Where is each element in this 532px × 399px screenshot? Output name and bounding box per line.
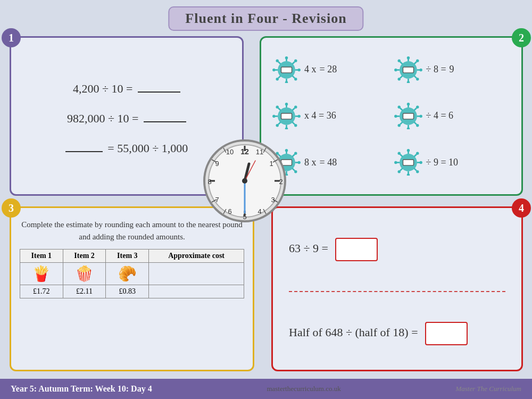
footer: Year 5: Autumn Term: Week 10: Day 4 mast… bbox=[0, 379, 532, 399]
svg-text:3: 3 bbox=[271, 196, 275, 204]
answer-box-1 bbox=[335, 238, 378, 261]
svg-text:10: 10 bbox=[226, 148, 234, 156]
svg-line-49 bbox=[278, 122, 281, 124]
svg-point-14 bbox=[276, 78, 279, 80]
svg-point-8 bbox=[297, 68, 300, 71]
svg-point-92 bbox=[406, 149, 409, 152]
svg-point-10 bbox=[272, 68, 275, 71]
svg-text:11: 11 bbox=[256, 148, 263, 156]
svg-point-12 bbox=[294, 78, 297, 80]
clock-svg: 12 1 2 3 4 5 6 7 8 9 10 11 bbox=[202, 138, 287, 223]
panel-2-number: 2 bbox=[512, 28, 531, 47]
svg-point-42 bbox=[276, 105, 279, 108]
svg-rect-53 bbox=[281, 113, 292, 119]
footer-website: masterthecurriculum.co.uk bbox=[267, 385, 340, 393]
svg-line-95 bbox=[400, 154, 403, 157]
svg-rect-107 bbox=[403, 160, 413, 165]
virus-item-6: ÷ 9 = 10 bbox=[394, 142, 511, 184]
svg-point-34 bbox=[406, 81, 409, 83]
math-line-3: = 55,000 ÷ 1,000 bbox=[22, 142, 231, 155]
svg-point-52 bbox=[285, 127, 288, 129]
svg-line-67 bbox=[400, 122, 403, 124]
svg-point-102 bbox=[416, 170, 419, 173]
panel-1-number: 1 bbox=[2, 28, 21, 47]
svg-point-60 bbox=[397, 105, 400, 108]
svg-line-65 bbox=[414, 122, 417, 124]
svg-text:12: 12 bbox=[240, 147, 249, 156]
svg-point-100 bbox=[394, 161, 397, 164]
svg-rect-17 bbox=[281, 67, 292, 73]
table-cell-price-3: £0.83 bbox=[106, 285, 149, 298]
svg-point-104 bbox=[397, 170, 400, 173]
svg-line-103 bbox=[400, 169, 403, 171]
svg-line-101 bbox=[414, 169, 417, 171]
virus-icon-6 bbox=[394, 149, 423, 176]
svg-line-5 bbox=[278, 62, 281, 64]
svg-line-11 bbox=[292, 76, 295, 78]
svg-point-32 bbox=[397, 78, 400, 80]
svg-point-106 bbox=[406, 174, 409, 176]
panel-3-number: 3 bbox=[2, 198, 21, 218]
table-header-item1: Item 1 bbox=[20, 250, 63, 263]
table-cell-price-1: £1.72 bbox=[20, 285, 63, 298]
svg-line-23 bbox=[400, 62, 403, 64]
panel-4-number: 4 bbox=[512, 198, 531, 218]
svg-line-41 bbox=[278, 108, 281, 111]
svg-point-50 bbox=[276, 124, 279, 127]
page-title: Fluent in Four - Revision bbox=[168, 6, 363, 31]
virus-item-3: x 4 = 36 bbox=[272, 95, 389, 137]
svg-point-68 bbox=[397, 124, 400, 127]
table-cell-approx bbox=[149, 263, 244, 285]
svg-point-24 bbox=[397, 59, 400, 62]
svg-text:7: 7 bbox=[215, 196, 219, 204]
svg-line-13 bbox=[278, 76, 281, 78]
svg-point-76 bbox=[294, 152, 297, 155]
svg-line-93 bbox=[414, 154, 417, 157]
table-header-item3: Item 3 bbox=[106, 250, 149, 263]
virus-item-1: 4 x = 28 bbox=[272, 48, 389, 90]
table-cell-food-3: 🥐 bbox=[106, 263, 149, 285]
virus-icon-2 bbox=[394, 56, 423, 83]
panel-4-line2: Half of 648 ÷ (half of 18) = bbox=[289, 322, 505, 345]
math-line-2: 982,000 ÷ 10 = bbox=[22, 112, 231, 126]
svg-point-84 bbox=[294, 170, 297, 173]
panel-2: 2 4 bbox=[260, 36, 523, 196]
svg-text:8: 8 bbox=[207, 178, 211, 186]
svg-point-30 bbox=[416, 78, 419, 80]
svg-point-80 bbox=[297, 161, 300, 164]
svg-line-39 bbox=[292, 108, 295, 111]
panel-3: 3 Complete the estimate by rounding each… bbox=[10, 206, 254, 371]
virus-label-1b: = 28 bbox=[320, 64, 337, 75]
table-cell-food-2: 🍿 bbox=[63, 263, 106, 285]
svg-point-94 bbox=[416, 152, 419, 155]
virus-label-6: ÷ 9 = 10 bbox=[426, 157, 459, 168]
svg-point-58 bbox=[416, 105, 419, 108]
svg-point-22 bbox=[416, 59, 419, 62]
svg-text:5: 5 bbox=[243, 213, 246, 221]
svg-rect-71 bbox=[403, 113, 413, 119]
svg-rect-35 bbox=[403, 67, 413, 73]
svg-text:6: 6 bbox=[228, 207, 231, 215]
table-cell-food-1: 🍟 bbox=[20, 263, 63, 285]
virus-item-4: ÷ 4 = 6 bbox=[394, 95, 511, 137]
items-table: Item 1 Item 2 Item 3 Approximate cost 🍟 … bbox=[20, 249, 244, 298]
svg-point-56 bbox=[406, 103, 409, 105]
virus-item-2: ÷ 8 = 9 bbox=[394, 48, 511, 90]
virus-label-5: 8 x bbox=[304, 157, 317, 168]
svg-point-40 bbox=[294, 105, 297, 108]
virus-label-1: 4 x bbox=[304, 64, 317, 75]
svg-line-31 bbox=[400, 76, 403, 78]
svg-point-62 bbox=[419, 115, 422, 118]
svg-text:4: 4 bbox=[257, 207, 261, 215]
table-header-item2: Item 2 bbox=[63, 250, 106, 263]
svg-point-2 bbox=[285, 56, 288, 59]
svg-point-48 bbox=[294, 124, 297, 127]
svg-point-137 bbox=[242, 178, 247, 184]
svg-point-70 bbox=[406, 127, 409, 129]
svg-text:1: 1 bbox=[269, 160, 273, 168]
table-header-approx: Approximate cost bbox=[149, 250, 244, 263]
panel-4: 4 63 ÷ 9 = Half of 648 ÷ (half of 18) = bbox=[271, 206, 523, 371]
table-cell-price-2: £2.11 bbox=[63, 285, 106, 298]
svg-text:9: 9 bbox=[215, 160, 219, 168]
svg-point-26 bbox=[419, 68, 422, 71]
